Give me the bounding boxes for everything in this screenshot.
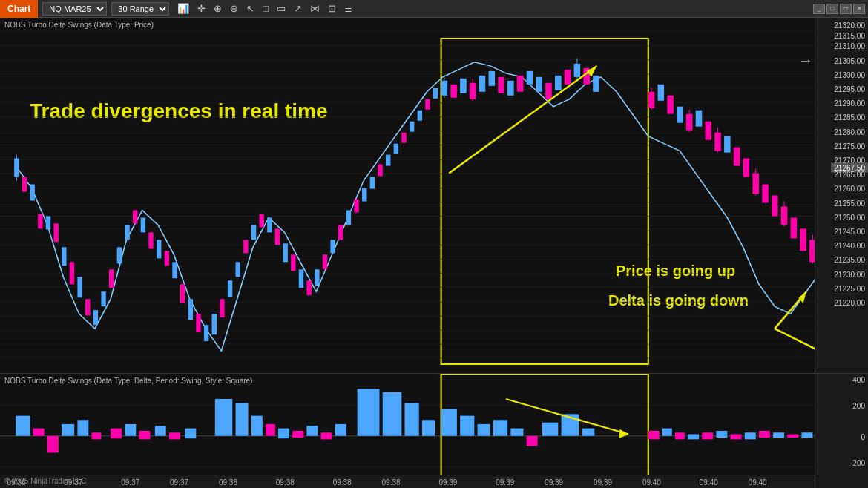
price-tick: 21235.00 [834,256,865,264]
restore-button[interactable]: □ [826,4,838,14]
svg-rect-171 [542,423,558,436]
chart-tab[interactable]: Chart [0,0,38,18]
price-tick: 21310.00 [834,42,865,50]
main-chart: NOBS Turbo Delta Swings (Data Type: Pric… [0,18,868,488]
svg-rect-165 [441,409,457,436]
menu-icon[interactable]: ≣ [342,2,355,15]
price-tick: 21280.00 [834,128,865,136]
minimize-button[interactable]: _ [813,4,825,14]
svg-rect-149 [155,426,166,436]
price-tick: 21285.00 [834,113,865,122]
price-tick: 21245.00 [834,228,865,236]
crosshair-icon[interactable]: ✛ [195,2,208,15]
price-tick: 21320.00 [834,21,865,29]
svg-rect-167 [478,424,490,436]
svg-rect-143 [62,424,74,436]
svg-rect-73 [386,155,390,166]
price-tick: 21225.00 [834,284,865,292]
svg-rect-60 [283,243,287,262]
svg-rect-181 [716,431,727,438]
svg-rect-179 [688,435,699,440]
trend-icon[interactable]: ↗ [292,2,304,15]
price-chart-svg [0,18,868,373]
template-icon[interactable]: ⊡ [326,2,338,15]
svg-rect-90 [517,76,524,92]
toolbar-icons: 📊 ✛ ⊕ ⊖ ↖ □ ▭ ↗ ⋈ ⊡ ≣ [175,2,355,15]
time-label: 09:39 [594,478,612,487]
svg-rect-74 [394,144,398,154]
svg-rect-145 [92,432,102,439]
zoom-in-icon[interactable]: ⊕ [211,2,224,15]
svg-rect-150 [169,432,180,439]
svg-rect-112 [734,148,740,166]
svg-rect-79 [433,88,438,99]
svg-rect-82 [450,85,457,98]
svg-rect-33 [70,262,74,284]
svg-rect-186 [787,435,798,438]
svg-rect-83 [460,79,467,93]
svg-rect-120 [791,217,798,238]
svg-rect-103 [667,96,674,114]
price-tick: 21295.00 [834,85,865,93]
time-axis: 09:36 09:37 09:37 09:37 09:38 09:38 09:3… [0,475,815,488]
svg-rect-28 [30,185,34,201]
svg-rect-144 [77,420,88,436]
zoom-out-icon[interactable]: ⊖ [228,2,240,15]
maximize-button[interactable]: ▭ [840,4,852,14]
svg-rect-35 [85,299,90,315]
svg-rect-42 [141,217,145,232]
svg-rect-59 [275,228,280,245]
svg-rect-121 [800,228,806,251]
svg-rect-183 [745,432,756,439]
svg-rect-168 [493,420,507,436]
price-tick: 21315.00 [834,32,865,40]
svg-rect-158 [306,426,318,436]
copyright: © 2025 NinjaTrader, LLC [4,477,86,485]
svg-rect-31 [53,223,58,242]
svg-rect-154 [251,416,263,436]
bar-chart-icon[interactable]: 📊 [175,2,191,15]
range-select[interactable]: 30 Range [111,2,169,16]
svg-rect-78 [425,99,430,110]
price-panel-label: NOBS Turbo Delta Swings (Data Type: Pric… [4,21,154,29]
time-label: 09:38 [276,478,295,487]
svg-rect-159 [321,432,332,439]
svg-rect-141 [33,429,45,436]
price-tick: 21290.00 [834,99,865,108]
svg-rect-111 [724,136,731,153]
svg-rect-88 [498,77,504,93]
time-label: 09:39 [496,478,514,487]
svg-rect-40 [125,225,129,240]
svg-rect-66 [330,240,335,253]
svg-rect-148 [139,431,151,439]
fib-icon[interactable]: ⋈ [308,2,322,15]
svg-rect-152 [215,399,232,436]
svg-rect-52 [220,299,224,317]
svg-rect-142 [47,436,59,453]
svg-rect-94 [555,76,562,90]
svg-rect-44 [157,240,161,258]
svg-rect-87 [489,71,496,86]
svg-rect-177 [662,429,672,436]
draw-icon[interactable]: □ [260,2,271,15]
svg-rect-43 [148,232,153,248]
svg-rect-86 [479,76,486,92]
svg-rect-156 [278,429,289,439]
svg-rect-161 [358,389,380,435]
time-label: 09:40 [642,478,661,487]
svg-rect-56 [251,225,256,240]
rect-icon[interactable]: ▭ [274,2,288,15]
svg-rect-95 [565,70,571,85]
svg-rect-166 [460,416,474,436]
cursor-icon[interactable]: ↖ [244,2,257,15]
price-tick: 21230.00 [834,270,865,278]
time-label: 09:37 [121,478,139,487]
svg-rect-68 [346,210,351,225]
svg-rect-75 [401,133,406,143]
svg-rect-157 [292,431,303,438]
close-button[interactable]: ✕ [853,4,865,14]
symbol-select[interactable]: NQ MAR25 [42,2,107,16]
svg-rect-57 [260,214,264,227]
delta-tick-200: 200 [852,402,865,410]
svg-rect-69 [354,199,358,212]
